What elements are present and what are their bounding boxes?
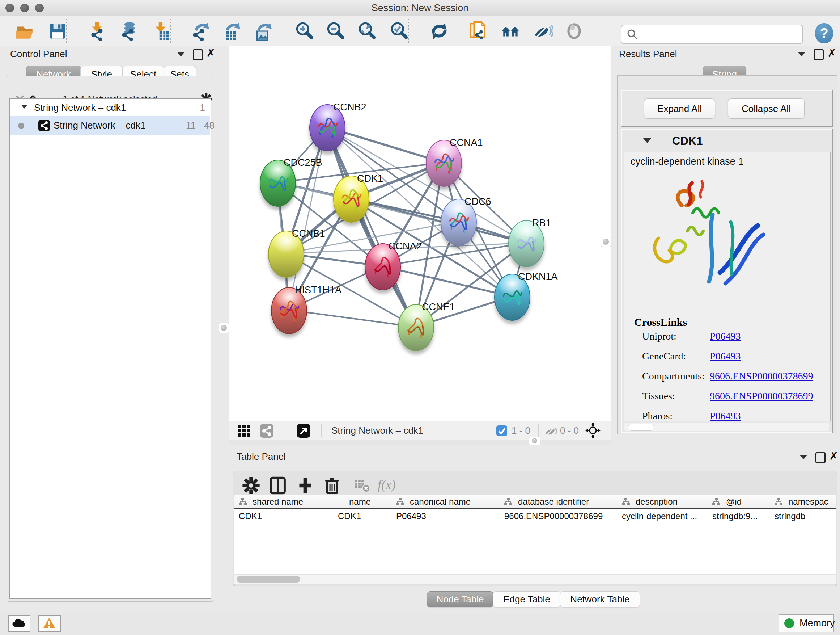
float-panel-icon[interactable] — [799, 455, 807, 459]
table-cell[interactable]: stringdb — [775, 511, 834, 524]
homes-icon[interactable] — [500, 21, 521, 42]
collection-expand-icon[interactable] — [21, 105, 27, 109]
strip-separator — [284, 424, 284, 437]
cloud-button[interactable] — [8, 616, 30, 632]
collection-count: 1 — [200, 102, 205, 113]
table-hscrollbar[interactable] — [234, 575, 836, 584]
zoom-selected-icon[interactable] — [388, 21, 409, 42]
gear-icon[interactable] — [242, 476, 261, 495]
status-bar: Memory — [0, 613, 840, 635]
column-header-label: description — [636, 497, 677, 507]
network-row[interactable]: String Network – cdk1 11 48 — [10, 116, 210, 135]
export-network-icon[interactable] — [189, 21, 210, 42]
open-file-icon[interactable] — [14, 21, 35, 42]
network-view-icon[interactable] — [260, 424, 273, 438]
selected-nodes-checkbox[interactable] — [496, 425, 507, 436]
crosslink-label: Uniprot: — [642, 331, 676, 342]
import-database-icon[interactable] — [118, 21, 139, 42]
results-panel-title: Results Panel — [619, 49, 677, 60]
close-panel-icon[interactable]: ✗ — [206, 49, 215, 58]
strip-separator — [321, 424, 322, 437]
float-panel-icon[interactable] — [177, 52, 185, 57]
help-button[interactable]: ? — [815, 23, 833, 43]
show-display-icon[interactable] — [564, 21, 584, 42]
zoom-fit-icon[interactable] — [356, 21, 377, 42]
tab-edge-table[interactable]: Edge Table — [493, 591, 561, 608]
network-collection-row[interactable]: String Network – cdk1 1 — [10, 100, 210, 116]
column-header-namespac[interactable]: namespac — [769, 494, 836, 508]
column-header-canonical-name[interactable]: canonical name — [391, 494, 500, 508]
table-cell[interactable]: cyclin-dependent ... — [622, 511, 706, 524]
grid-view-icon[interactable] — [238, 424, 250, 437]
table-cell[interactable]: 9606.ENSP00000378699 — [504, 511, 615, 524]
table-cell[interactable]: P06493 — [396, 511, 498, 524]
results-scrollbar-thumb[interactable] — [628, 424, 654, 431]
add-column-icon[interactable] — [296, 476, 315, 495]
node-label-rb1: RB1 — [532, 218, 551, 229]
delete-column-icon[interactable] — [323, 476, 341, 495]
close-panel-icon[interactable]: ✗ — [829, 451, 838, 461]
memory-button[interactable]: Memory — [778, 614, 834, 632]
left-splitter-handle[interactable] — [219, 323, 229, 333]
results-scrollbar[interactable] — [624, 423, 829, 431]
refresh-icon[interactable] — [429, 21, 450, 42]
column-header--id[interactable]: @id — [707, 494, 770, 508]
crosslink-link[interactable]: P06493 — [710, 350, 741, 362]
zoom-in-icon[interactable] — [294, 21, 315, 42]
search-icon — [627, 29, 639, 41]
tab-node-table[interactable]: Node Table — [427, 591, 493, 608]
float-panel-icon[interactable] — [798, 52, 806, 57]
import-network-icon[interactable] — [88, 21, 109, 42]
network-canvas[interactable]: CCNB2CCNA1CDC25BCDK1CDC6RB1CCNB1CCNA2CDK… — [229, 46, 611, 421]
table-hscrollbar-thumb[interactable] — [237, 576, 300, 583]
export-image-icon[interactable] — [252, 21, 273, 42]
hide-display-icon[interactable] — [532, 21, 553, 42]
birds-eye-view-icon[interactable] — [297, 424, 310, 438]
import-table-icon[interactable] — [151, 21, 172, 42]
zoom-out-icon[interactable] — [325, 21, 346, 42]
search-input[interactable] — [641, 27, 798, 41]
fit-content-crosshair-icon[interactable] — [585, 423, 600, 438]
column-header-database-identifier[interactable]: database identifier — [499, 494, 617, 508]
table-cell[interactable]: stringdb:9... — [712, 511, 768, 524]
save-icon[interactable] — [47, 21, 68, 42]
protein-structure-image — [638, 171, 783, 302]
network-label: String Network – cdk1 — [54, 120, 145, 131]
crosslink-link[interactable]: P06493 — [710, 331, 741, 342]
tab-network-table[interactable]: Network Table — [560, 591, 640, 608]
maximize-panel-icon[interactable] — [815, 452, 826, 463]
maximize-panel-icon[interactable] — [193, 49, 203, 60]
hidden-elements-icon[interactable] — [544, 424, 558, 437]
column-header-label: namespac — [788, 497, 829, 507]
bottom-splitter-handle[interactable] — [529, 437, 540, 445]
cdk1-detail-box: cyclin-dependent kinase 1 CrossLinks Uni… — [624, 152, 831, 421]
table-cell[interactable]: CDK1 — [338, 511, 390, 524]
cdk1-collapse-icon[interactable] — [643, 138, 651, 143]
protein-description: cyclin-dependent kinase 1 — [630, 156, 744, 167]
toolbar-separator — [271, 19, 271, 43]
share-document-icon[interactable] — [468, 21, 489, 42]
crosslink-link[interactable]: 9606.ENSP00000378699 — [710, 371, 813, 382]
column-header-description[interactable]: description — [617, 494, 707, 508]
right-splitter-handle[interactable] — [601, 237, 611, 247]
export-table-icon[interactable] — [220, 21, 241, 42]
warning-button[interactable] — [38, 616, 61, 632]
table-cell[interactable]: CDK1 — [239, 511, 332, 524]
toolbar-separator — [409, 19, 409, 43]
expand-all-button[interactable]: Expand All — [644, 98, 715, 119]
collapse-all-button[interactable]: Collapse All — [728, 98, 805, 119]
columns-icon[interactable] — [268, 476, 287, 495]
node-table[interactable]: shared nameCDK1nameCDK1 canonical nameP0… — [234, 494, 836, 574]
maximize-panel-icon[interactable] — [813, 49, 824, 60]
crosslink-link[interactable]: P06493 — [710, 410, 741, 422]
crosslink-link[interactable]: 9606.ENSP00000378699 — [710, 390, 813, 402]
column-header-name[interactable]: name — [333, 494, 392, 508]
close-panel-icon[interactable]: ✗ — [827, 49, 836, 58]
function-builder-icon[interactable]: f(x) — [378, 477, 396, 492]
column-header-label: shared name — [253, 497, 303, 507]
column-header-shared-name[interactable]: shared name — [234, 494, 333, 508]
shared-column-icon — [504, 497, 512, 508]
search-box[interactable] — [621, 25, 803, 44]
node-label-ccne1: CCNE1 — [422, 302, 455, 313]
clear-table-icon[interactable] — [354, 476, 370, 495]
